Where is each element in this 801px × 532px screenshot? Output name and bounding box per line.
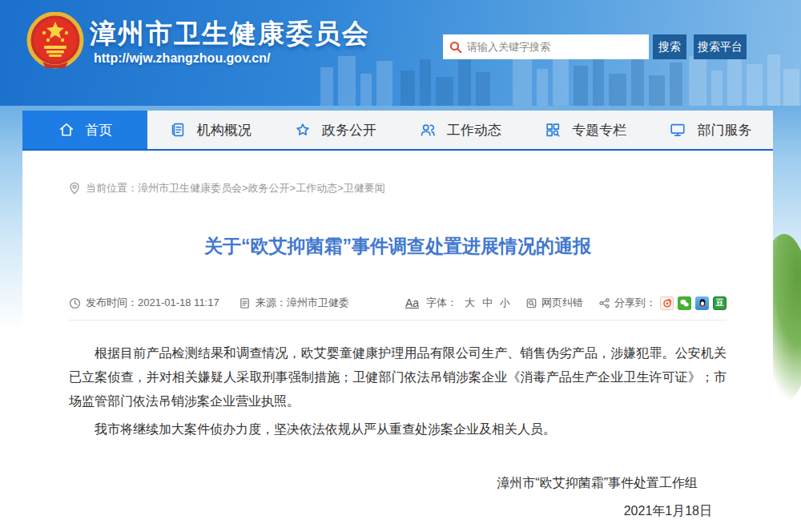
article-signature-block: 漳州市“欧艾抑菌霜”事件处置工作组 2021年1月18日 xyxy=(69,475,727,520)
search-icon xyxy=(449,41,462,54)
article-body: 根据目前产品检测结果和调查情况，欧艾婴童健康护理用品有限公司生产、销售伪劣产品，… xyxy=(69,341,727,441)
monitor-icon xyxy=(669,121,686,139)
share-group: 分享到： xyxy=(598,296,727,310)
nav-item-label: 政务公开 xyxy=(322,121,376,139)
share-label: 分享到： xyxy=(614,296,656,310)
nav-item-special-topics[interactable]: 专题专栏 xyxy=(523,111,648,149)
nav-item-label: 专题专栏 xyxy=(572,121,626,139)
nav-item-dept-services[interactable]: 部门服务 xyxy=(648,111,773,149)
correction-label: 网页纠错 xyxy=(541,296,583,310)
article-source: 来源：漳州市卫健委 xyxy=(239,296,349,310)
font-size-small[interactable]: 小 xyxy=(500,296,510,310)
font-size-large[interactable]: 大 xyxy=(465,296,475,310)
weibo-icon[interactable] xyxy=(660,296,674,310)
nav-item-gov-info[interactable]: 政务公开 xyxy=(272,111,397,149)
breadcrumb: 当前位置：漳州市卫生健康委员会>政务公开>工作动态>卫健要闻 xyxy=(69,181,727,195)
main-nav: 首页 机构概况 政务公开 工作动态 xyxy=(22,111,773,151)
content-card: 首页 机构概况 政务公开 工作动态 xyxy=(22,111,773,532)
share-icon xyxy=(598,297,610,309)
location-pin-icon xyxy=(69,182,80,195)
article-area: 当前位置：漳州市卫生健康委员会>政务公开>工作动态>卫健要闻 关于“欧艾抑菌霜”… xyxy=(22,181,773,520)
nav-item-work-news[interactable]: 工作动态 xyxy=(398,111,523,149)
publish-time-text: 发布时间：2021-01-18 11:17 xyxy=(86,296,219,310)
signature-org: 漳州市“欧艾抑菌霜”事件处置工作组 xyxy=(69,475,727,492)
grid-icon xyxy=(544,121,562,139)
font-size-label: 字体： xyxy=(426,296,457,310)
page-correction[interactable]: 网页纠错 xyxy=(525,296,583,310)
source-doc-icon xyxy=(239,297,251,309)
breadcrumb-text[interactable]: 当前位置：漳州市卫生健康委员会>政务公开>工作动态>卫健要闻 xyxy=(86,181,385,195)
article-source-text: 来源：漳州市卫健委 xyxy=(256,296,349,310)
publish-time: 发布时间：2021-01-18 11:17 xyxy=(69,296,219,310)
nav-item-label: 机构概况 xyxy=(197,121,252,139)
site-url: http://wjw.zhangzhou.gov.cn/ xyxy=(94,51,270,66)
nav-item-org[interactable]: 机构概况 xyxy=(147,111,272,149)
font-size-medium[interactable]: 中 xyxy=(482,296,493,310)
search-platform-button[interactable]: 搜索平台 xyxy=(694,34,747,59)
search-box xyxy=(443,34,649,59)
national-emblem-logo xyxy=(26,12,84,70)
signature-date: 2021年1月18日 xyxy=(69,503,727,520)
meta-right: Aa 字体： 大 中 小 网页纠错 xyxy=(405,296,727,310)
home-icon xyxy=(58,121,75,139)
article-paragraph: 根据目前产品检测结果和调查情况，欧艾婴童健康护理用品有限公司生产、销售伪劣产品，… xyxy=(69,341,727,413)
search-input[interactable] xyxy=(467,41,642,53)
users-icon xyxy=(419,121,437,139)
document-icon xyxy=(169,121,187,139)
site-title: 漳州市卫生健康委员会 xyxy=(90,16,370,52)
font-size-aa: Aa xyxy=(405,296,419,309)
search-button[interactable]: 搜索 xyxy=(653,34,686,59)
nav-item-label: 部门服务 xyxy=(697,121,751,139)
douban-icon[interactable]: 豆 xyxy=(713,296,727,310)
page: 漳州市卫生健康委员会 http://wjw.zhangzhou.gov.cn/ … xyxy=(0,0,801,532)
clock-icon xyxy=(69,297,81,309)
article-paragraph: 我市将继续加大案件侦办力度，坚决依法依规从严从重查处涉案企业及相关人员。 xyxy=(69,417,727,441)
star-icon xyxy=(294,121,312,139)
site-header: 漳州市卫生健康委员会 http://wjw.zhangzhou.gov.cn/ … xyxy=(0,0,801,106)
article-title: 关于“欧艾抑菌霜”事件调查处置进展情况的通报 xyxy=(69,234,727,259)
qq-icon[interactable] xyxy=(695,296,709,310)
nav-item-label: 首页 xyxy=(86,121,113,139)
correction-icon xyxy=(525,297,537,309)
nav-item-label: 工作动态 xyxy=(447,121,501,139)
nav-item-home[interactable]: 首页 xyxy=(22,111,147,149)
meta-left: 发布时间：2021-01-18 11:17 来源：漳州市卫健委 xyxy=(69,296,349,310)
wechat-icon[interactable] xyxy=(678,296,691,310)
article-meta-bar: 发布时间：2021-01-18 11:17 来源：漳州市卫健委 Aa 字体： 大 xyxy=(69,296,727,320)
